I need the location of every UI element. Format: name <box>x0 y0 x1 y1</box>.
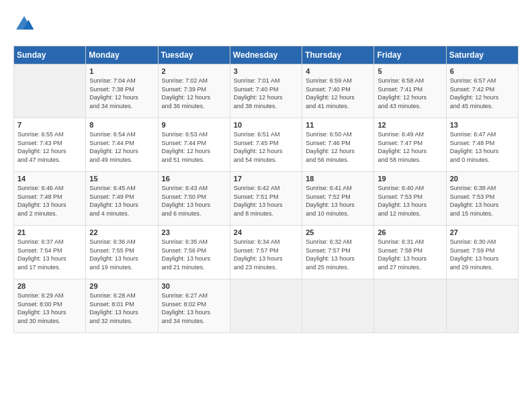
calendar-cell <box>14 64 86 118</box>
day-info: Sunrise: 6:35 AMSunset: 7:56 PMDaylight:… <box>162 238 226 271</box>
logo <box>13 13 38 35</box>
day-info: Sunrise: 6:38 AMSunset: 7:53 PMDaylight:… <box>450 184 515 218</box>
calendar-cell: 30Sunrise: 6:27 AMSunset: 8:02 PMDayligh… <box>158 279 230 333</box>
calendar-cell: 11Sunrise: 6:50 AMSunset: 7:46 PMDayligh… <box>302 118 374 172</box>
calendar-cell: 3Sunrise: 7:01 AMSunset: 7:40 PMDaylight… <box>230 64 302 118</box>
day-number: 18 <box>306 175 370 183</box>
day-number: 8 <box>89 121 154 129</box>
day-info: Sunrise: 6:28 AMSunset: 8:01 PMDaylight:… <box>89 291 154 325</box>
day-number: 14 <box>17 175 82 183</box>
day-info: Sunrise: 6:29 AMSunset: 8:00 PMDaylight:… <box>17 291 82 325</box>
calendar-cell <box>302 279 374 333</box>
day-number: 10 <box>234 121 298 129</box>
calendar-cell: 28Sunrise: 6:29 AMSunset: 8:00 PMDayligh… <box>14 279 86 333</box>
calendar-cell: 7Sunrise: 6:55 AMSunset: 7:43 PMDaylight… <box>14 118 86 172</box>
col-header-sunday: Sunday <box>14 46 86 64</box>
day-info: Sunrise: 6:51 AMSunset: 7:45 PMDaylight:… <box>234 130 298 164</box>
day-number: 12 <box>378 121 442 129</box>
calendar-cell: 18Sunrise: 6:41 AMSunset: 7:52 PMDayligh… <box>302 172 374 226</box>
day-info: Sunrise: 6:50 AMSunset: 7:46 PMDaylight:… <box>306 130 370 164</box>
day-info: Sunrise: 6:45 AMSunset: 7:49 PMDaylight:… <box>89 184 154 218</box>
day-info: Sunrise: 6:53 AMSunset: 7:44 PMDaylight:… <box>162 130 226 164</box>
calendar-cell: 29Sunrise: 6:28 AMSunset: 8:01 PMDayligh… <box>86 279 158 333</box>
calendar-cell <box>230 279 302 333</box>
day-info: Sunrise: 6:30 AMSunset: 7:59 PMDaylight:… <box>450 238 515 271</box>
calendar-cell: 20Sunrise: 6:38 AMSunset: 7:53 PMDayligh… <box>446 172 518 226</box>
calendar-week-row: 7Sunrise: 6:55 AMSunset: 7:43 PMDaylight… <box>14 118 519 172</box>
day-info: Sunrise: 6:47 AMSunset: 7:48 PMDaylight:… <box>450 130 515 164</box>
calendar-cell: 9Sunrise: 6:53 AMSunset: 7:44 PMDaylight… <box>158 118 230 172</box>
day-number: 3 <box>234 67 298 75</box>
day-info: Sunrise: 6:42 AMSunset: 7:51 PMDaylight:… <box>234 184 298 218</box>
calendar-week-row: 21Sunrise: 6:37 AMSunset: 7:54 PMDayligh… <box>14 226 519 279</box>
calendar-cell: 19Sunrise: 6:40 AMSunset: 7:53 PMDayligh… <box>374 172 446 226</box>
calendar-header-row: SundayMondayTuesdayWednesdayThursdayFrid… <box>14 46 519 64</box>
calendar-cell: 5Sunrise: 6:58 AMSunset: 7:41 PMDaylight… <box>374 64 446 118</box>
calendar-cell: 26Sunrise: 6:31 AMSunset: 7:58 PMDayligh… <box>374 226 446 279</box>
day-info: Sunrise: 6:55 AMSunset: 7:43 PMDaylight:… <box>17 130 82 164</box>
day-number: 21 <box>17 228 82 236</box>
col-header-tuesday: Tuesday <box>158 46 230 64</box>
day-info: Sunrise: 7:02 AMSunset: 7:39 PMDaylight:… <box>162 77 226 110</box>
day-info: Sunrise: 6:58 AMSunset: 7:41 PMDaylight:… <box>378 77 442 110</box>
calendar-cell: 17Sunrise: 6:42 AMSunset: 7:51 PMDayligh… <box>230 172 302 226</box>
calendar-cell: 1Sunrise: 7:04 AMSunset: 7:38 PMDaylight… <box>86 64 158 118</box>
day-info: Sunrise: 6:54 AMSunset: 7:44 PMDaylight:… <box>89 130 154 164</box>
day-info: Sunrise: 6:43 AMSunset: 7:50 PMDaylight:… <box>162 184 226 218</box>
calendar-cell: 8Sunrise: 6:54 AMSunset: 7:44 PMDaylight… <box>86 118 158 172</box>
calendar-cell <box>374 279 446 333</box>
day-number: 28 <box>17 282 82 290</box>
calendar-cell: 23Sunrise: 6:35 AMSunset: 7:56 PMDayligh… <box>158 226 230 279</box>
calendar-cell: 13Sunrise: 6:47 AMSunset: 7:48 PMDayligh… <box>446 118 518 172</box>
day-number: 23 <box>162 228 226 236</box>
day-number: 26 <box>378 228 442 236</box>
day-number: 29 <box>89 282 154 290</box>
day-info: Sunrise: 6:46 AMSunset: 7:48 PMDaylight:… <box>17 184 82 218</box>
day-number: 24 <box>234 228 298 236</box>
day-info: Sunrise: 6:37 AMSunset: 7:54 PMDaylight:… <box>17 238 82 271</box>
day-info: Sunrise: 7:01 AMSunset: 7:40 PMDaylight:… <box>234 77 298 110</box>
day-number: 6 <box>450 67 515 75</box>
day-number: 11 <box>306 121 370 129</box>
calendar-cell: 15Sunrise: 6:45 AMSunset: 7:49 PMDayligh… <box>86 172 158 226</box>
logo-icon <box>13 13 35 35</box>
day-info: Sunrise: 6:31 AMSunset: 7:58 PMDaylight:… <box>378 238 442 271</box>
day-number: 25 <box>306 228 370 236</box>
calendar-week-row: 28Sunrise: 6:29 AMSunset: 8:00 PMDayligh… <box>14 279 519 333</box>
calendar-cell: 14Sunrise: 6:46 AMSunset: 7:48 PMDayligh… <box>14 172 86 226</box>
day-number: 1 <box>89 67 154 75</box>
day-number: 2 <box>162 67 226 75</box>
col-header-wednesday: Wednesday <box>230 46 302 64</box>
calendar-cell: 4Sunrise: 6:59 AMSunset: 7:40 PMDaylight… <box>302 64 374 118</box>
calendar-cell: 24Sunrise: 6:34 AMSunset: 7:57 PMDayligh… <box>230 226 302 279</box>
calendar-cell: 21Sunrise: 6:37 AMSunset: 7:54 PMDayligh… <box>14 226 86 279</box>
col-header-thursday: Thursday <box>302 46 374 64</box>
day-number: 30 <box>162 282 226 290</box>
calendar-week-row: 1Sunrise: 7:04 AMSunset: 7:38 PMDaylight… <box>14 64 519 118</box>
day-number: 19 <box>378 175 442 183</box>
day-info: Sunrise: 6:34 AMSunset: 7:57 PMDaylight:… <box>234 238 298 271</box>
day-info: Sunrise: 6:27 AMSunset: 8:02 PMDaylight:… <box>162 291 226 325</box>
day-number: 7 <box>17 121 82 129</box>
day-number: 4 <box>306 67 370 75</box>
day-number: 9 <box>162 121 226 129</box>
day-number: 17 <box>234 175 298 183</box>
day-number: 22 <box>89 228 154 236</box>
day-info: Sunrise: 6:32 AMSunset: 7:57 PMDaylight:… <box>306 238 370 271</box>
calendar-cell: 25Sunrise: 6:32 AMSunset: 7:57 PMDayligh… <box>302 226 374 279</box>
col-header-monday: Monday <box>86 46 158 64</box>
day-number: 27 <box>450 228 515 236</box>
page-header <box>13 13 519 35</box>
day-info: Sunrise: 6:57 AMSunset: 7:42 PMDaylight:… <box>450 77 515 110</box>
calendar-cell: 22Sunrise: 6:36 AMSunset: 7:55 PMDayligh… <box>86 226 158 279</box>
calendar-cell: 27Sunrise: 6:30 AMSunset: 7:59 PMDayligh… <box>446 226 518 279</box>
day-number: 13 <box>450 121 515 129</box>
col-header-friday: Friday <box>374 46 446 64</box>
calendar-cell: 2Sunrise: 7:02 AMSunset: 7:39 PMDaylight… <box>158 64 230 118</box>
calendar-cell: 16Sunrise: 6:43 AMSunset: 7:50 PMDayligh… <box>158 172 230 226</box>
day-info: Sunrise: 6:40 AMSunset: 7:53 PMDaylight:… <box>378 184 442 218</box>
calendar-cell: 12Sunrise: 6:49 AMSunset: 7:47 PMDayligh… <box>374 118 446 172</box>
calendar-week-row: 14Sunrise: 6:46 AMSunset: 7:48 PMDayligh… <box>14 172 519 226</box>
day-info: Sunrise: 6:59 AMSunset: 7:40 PMDaylight:… <box>306 77 370 110</box>
day-info: Sunrise: 6:49 AMSunset: 7:47 PMDaylight:… <box>378 130 442 164</box>
